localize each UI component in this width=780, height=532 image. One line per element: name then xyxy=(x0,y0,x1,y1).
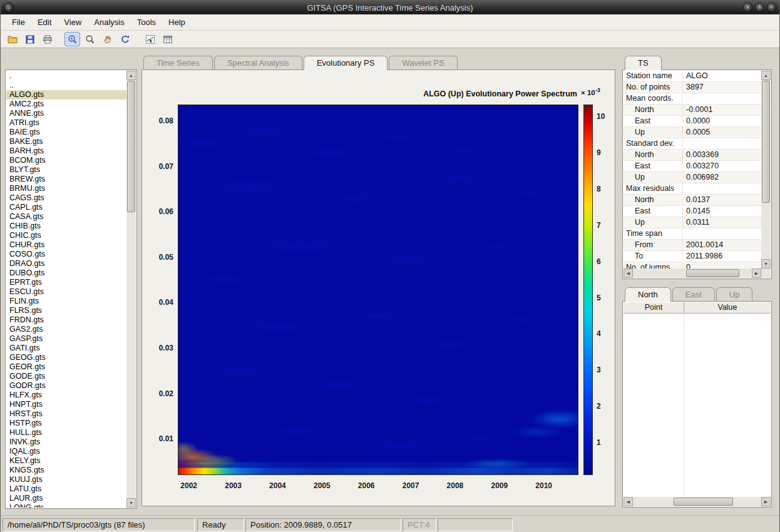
save-button[interactable] xyxy=(22,32,38,46)
ts-row[interactable]: Up0.0311 xyxy=(623,217,761,228)
file-item[interactable]: HLFX.gts xyxy=(6,391,126,400)
file-item[interactable]: CHIB.gts xyxy=(6,222,126,231)
ts-row[interactable]: Standard dev. xyxy=(623,138,761,150)
file-item[interactable]: ESCU.gts xyxy=(6,287,126,297)
file-item[interactable]: GODR.gts xyxy=(6,381,126,391)
file-item[interactable]: COSO.gts xyxy=(6,250,126,259)
column-header-point[interactable]: Point xyxy=(623,302,684,313)
file-item[interactable]: BAKE.gts xyxy=(6,137,126,146)
tab-up[interactable]: Up xyxy=(716,287,753,301)
ts-row[interactable]: Station nameALGO xyxy=(623,71,761,82)
pan-button[interactable] xyxy=(100,32,115,46)
file-item[interactable]: HULL.gts xyxy=(6,428,126,437)
file-item[interactable]: DRAO.gts xyxy=(6,259,126,269)
menu-view[interactable]: View xyxy=(58,15,88,29)
menu-file[interactable]: File xyxy=(6,15,31,29)
file-item[interactable]: GAS2.gts xyxy=(6,325,126,334)
file-item[interactable]: HSTP.gts xyxy=(6,419,126,428)
file-item[interactable]: AMC2.gts xyxy=(6,100,126,109)
file-item[interactable]: INVK.gts xyxy=(6,437,126,447)
ts-row[interactable]: Up0.006982 xyxy=(623,172,761,183)
insert-colorbar-button[interactable] xyxy=(160,32,175,46)
scrollbar-thumb[interactable] xyxy=(127,81,135,212)
file-item[interactable]: HNPT.gts xyxy=(6,400,126,409)
file-item[interactable]: LATU.gts xyxy=(6,484,126,494)
file-item[interactable]: BREW.gts xyxy=(6,175,126,184)
ts-row[interactable]: No. of points3897 xyxy=(623,82,761,93)
plot-area[interactable] xyxy=(178,105,578,475)
open-button[interactable] xyxy=(4,32,20,46)
file-item[interactable]: CAGS.gts xyxy=(6,193,126,203)
file-item[interactable]: CASA.gts xyxy=(6,212,126,222)
ts-row[interactable]: Time span xyxy=(623,228,761,240)
ts-hscrollbar[interactable]: ◀ ▶ xyxy=(623,269,761,278)
heatmap-canvas[interactable] xyxy=(178,105,578,474)
tab-spectral-analysis[interactable]: Spectral Analysis xyxy=(214,56,302,69)
file-item[interactable]: CHUR.gts xyxy=(6,240,126,250)
menu-tools[interactable]: Tools xyxy=(131,15,162,29)
file-item[interactable]: CHIC.gts xyxy=(6,231,126,240)
file-item[interactable]: IQAL.gts xyxy=(6,447,126,456)
point-table-body[interactable] xyxy=(623,314,771,497)
file-item[interactable]: BLYT.gts xyxy=(6,165,126,175)
menu-help[interactable]: Help xyxy=(162,15,192,29)
ts-row[interactable]: North-0.0001 xyxy=(623,105,761,116)
tab-north[interactable]: North xyxy=(625,287,671,302)
close-button[interactable]: × xyxy=(767,3,776,12)
file-item[interactable]: .. xyxy=(6,81,126,90)
file-item[interactable]: DUBO.gts xyxy=(6,269,126,278)
file-list-scrollbar[interactable]: ▲ ▼ xyxy=(126,71,136,508)
file-item[interactable]: CAPL.gts xyxy=(6,203,126,212)
ts-row[interactable]: Up0.0005 xyxy=(623,127,761,138)
ts-row[interactable]: East0.0145 xyxy=(623,206,761,217)
scrollbar-thumb[interactable] xyxy=(762,81,770,203)
ts-row[interactable]: Max residuals xyxy=(623,183,761,195)
scrollbar-thumb[interactable] xyxy=(686,269,739,277)
file-item[interactable]: BAIE.gts xyxy=(6,128,126,137)
file-item[interactable]: KNGS.gts xyxy=(6,466,126,475)
file-item[interactable]: GATI.gts xyxy=(6,344,126,353)
ts-row[interactable]: No. of jumps0 xyxy=(623,262,761,269)
menu-analysis[interactable]: Analysis xyxy=(88,15,130,29)
ts-vscrollbar[interactable]: ▲ ▼ xyxy=(761,71,771,269)
file-item[interactable]: LAUR.gts xyxy=(6,494,126,503)
file-item[interactable]: ALGO.gts xyxy=(6,90,126,100)
file-item[interactable]: KELY.gts xyxy=(6,456,126,466)
scroll-up-icon[interactable]: ▲ xyxy=(761,71,771,80)
file-item[interactable]: BRMU.gts xyxy=(6,184,126,193)
scroll-right-icon[interactable]: ▶ xyxy=(761,497,771,506)
file-item[interactable]: GEOG.gts xyxy=(6,353,126,362)
tab-ts[interactable]: TS xyxy=(625,56,662,70)
file-item[interactable]: GEOR.gts xyxy=(6,362,126,372)
tab-wavelet-ps[interactable]: Wavelet PS xyxy=(389,56,457,69)
ts-row[interactable]: From2001.0014 xyxy=(623,240,761,251)
column-header-value[interactable]: Value xyxy=(684,302,771,313)
minimize-button[interactable]: ∨ xyxy=(743,3,752,12)
rotate-3d-button[interactable] xyxy=(117,32,133,46)
ts-row[interactable]: North0.003369 xyxy=(623,150,761,161)
scrollbar-thumb[interactable] xyxy=(674,498,733,506)
scroll-down-icon[interactable]: ▼ xyxy=(126,498,136,508)
ts-row[interactable]: East0.0000 xyxy=(623,116,761,127)
tab-evolutionary-ps[interactable]: Evolutionary PS xyxy=(304,56,388,70)
zoom-out-button[interactable] xyxy=(82,32,98,46)
ts-row[interactable]: To2011.9986 xyxy=(623,251,761,262)
file-item[interactable]: KUUJ.gts xyxy=(6,475,126,484)
file-list[interactable]: ...ALGO.gtsAMC2.gtsANNE.gtsATRI.gtsBAIE.… xyxy=(6,70,126,508)
file-item[interactable]: GODE.gts xyxy=(6,372,126,381)
point-hscrollbar[interactable]: ◀ ▶ xyxy=(623,497,771,506)
zoom-in-button[interactable] xyxy=(64,32,80,46)
scroll-left-icon[interactable]: ◀ xyxy=(623,497,633,506)
ts-row[interactable]: Mean coords. xyxy=(623,93,761,105)
file-item[interactable]: BARH.gts xyxy=(6,146,126,156)
scroll-down-icon[interactable]: ▼ xyxy=(761,259,771,269)
ts-row[interactable]: North0.0137 xyxy=(623,195,761,206)
maximize-button[interactable]: ∧ xyxy=(755,3,764,12)
file-item[interactable]: FRDN.gts xyxy=(6,315,126,325)
file-item[interactable]: . xyxy=(6,71,126,81)
file-item[interactable]: ANNE.gts xyxy=(6,109,126,118)
file-item[interactable]: FLIN.gts xyxy=(6,297,126,306)
file-item[interactable]: ATRI.gts xyxy=(6,118,126,128)
window-menu-icon[interactable]: ≡ xyxy=(4,3,14,13)
file-item[interactable]: HRST.gts xyxy=(6,409,126,419)
